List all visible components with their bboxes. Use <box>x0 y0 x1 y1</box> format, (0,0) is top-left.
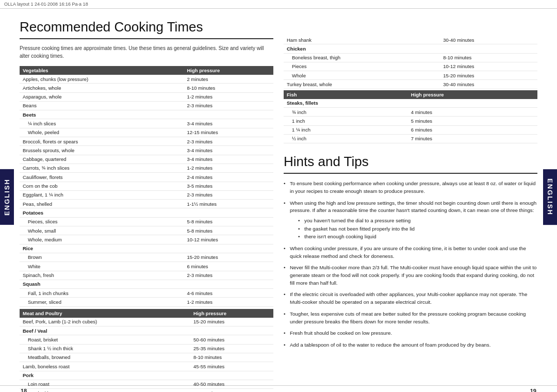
table-row: Shank 1 ½ inch thick <box>20 344 190 353</box>
list-item: If the electric circuit is overloaded wi… <box>284 291 537 306</box>
table-row: Brussels sprouts, whole <box>20 146 184 155</box>
table-row: Smoked but <box>20 389 190 392</box>
fish-pressure-header: High pressure <box>408 90 537 99</box>
table-row: Apples, chunks (low pressure) <box>20 75 184 84</box>
right-column: Ham shank30-40 minutesChickenBoneless br… <box>284 19 537 380</box>
table-row: Whole, small <box>20 226 184 235</box>
table-row: Steaks, fillets <box>284 99 408 108</box>
vegetables-table: Vegetables High pressure Apples, chunks … <box>20 66 273 307</box>
table-row: Beef / Veal <box>20 326 190 335</box>
list-item: To ensure best cooking performance when … <box>284 180 537 195</box>
hints-title: Hints and Tips <box>284 154 537 174</box>
table-row: Whole <box>284 71 440 80</box>
page-number-left: 18 <box>21 388 27 392</box>
table-row: Spinach, fresh <box>20 271 184 280</box>
table-row: Brown <box>20 253 184 262</box>
table-row: ½ inch <box>284 134 408 143</box>
poultry-continuation-table: Ham shank30-40 minutesChickenBoneless br… <box>284 36 537 89</box>
table-row: Beef, Pork, Lamb (1-2 inch cubes) <box>20 318 190 326</box>
fish-col-header: Fish <box>284 90 408 99</box>
table-row: Pieces <box>284 62 440 71</box>
meat-col-header: Meat and Poultry <box>20 309 190 318</box>
table-row: Corn on the cob <box>20 182 184 190</box>
list-item: there isn't enough cooking liquid <box>298 233 537 241</box>
table-row: Potatoes <box>20 208 184 217</box>
table-row: Eggplant, 1 ¼ inch <box>20 190 184 199</box>
table-row: Beets <box>20 110 184 119</box>
right-english-tab: ENGLISH <box>543 169 557 225</box>
left-column: Recommended Cooking Times Pressure cooki… <box>20 19 273 380</box>
table-row: Pork <box>20 371 190 380</box>
table-row: Meatballs, browned <box>20 353 190 362</box>
table-row: Summer, sliced <box>20 298 184 306</box>
pressure-col-header: High pressure <box>184 66 273 75</box>
list-item: you haven't turned the dial to a pressur… <box>298 217 537 225</box>
list-item: Add a tablespoon of oil to the water to … <box>284 341 537 349</box>
intro-text: Pressure cooking times are approximate t… <box>20 44 273 60</box>
meat-table: Meat and Poultry High pressure Beef, Por… <box>20 309 273 392</box>
table-row: Fall, 1 inch chunks <box>20 289 184 298</box>
table-row: Rice <box>20 244 184 253</box>
table-row: Turkey breast, whole <box>284 80 440 89</box>
veg-col-header: Vegetables <box>20 66 184 75</box>
table-row: Squash <box>20 280 184 288</box>
table-row: Boneless breast, thigh <box>284 53 440 62</box>
table-row: Roast, brisket <box>20 335 190 344</box>
page-title: Recommended Cooking Times <box>20 19 273 39</box>
page-number-right: 19 <box>530 388 536 392</box>
table-row: Lamb, boneless roast <box>20 362 190 371</box>
table-row: Whole, peeled <box>20 128 184 137</box>
list-item: Tougher, less expensive cuts of meat are… <box>284 311 537 325</box>
table-row: Loin roast <box>20 380 190 388</box>
table-row: Asparagus, whole <box>20 92 184 101</box>
table-row: ¾ inch <box>284 108 408 117</box>
list-item: Never fill the Multi-cooker more than 2/… <box>284 264 537 287</box>
table-row: Peas, shelled <box>20 200 184 208</box>
table-row: Whole, medium <box>20 235 184 244</box>
list-item: the gasket has not been fitted properly … <box>298 225 537 233</box>
table-row: Artichokes, whole <box>20 84 184 92</box>
list-item: When cooking under pressure, if you are … <box>284 245 537 260</box>
table-row: Broccoli, florets or spears <box>20 137 184 146</box>
left-english-tab: ENGLISH <box>0 169 14 225</box>
table-row: White <box>20 262 184 271</box>
table-row: Pieces, slices <box>20 217 184 226</box>
table-row: Beans <box>20 101 184 110</box>
top-bar: OLLA layout 1 24·01·2008 16:16 Pa·a 18 <box>0 0 557 9</box>
table-row: Chicken <box>284 44 440 53</box>
list-item: When using the high and low pressure set… <box>284 200 537 241</box>
fish-table: Fish High pressure Steaks, fillets¾ inch… <box>284 90 537 143</box>
table-row: Cabbage, quartered <box>20 155 184 164</box>
table-row: ¼ inch slices <box>20 119 184 128</box>
table-row: Ham shank <box>284 36 440 44</box>
table-row: 1 ¼ inch <box>284 125 408 134</box>
table-row: Cauliflower, florets <box>20 173 184 182</box>
hints-list: To ensure best cooking performance when … <box>284 180 537 349</box>
table-row: 1 inch <box>284 117 408 125</box>
list-item: Fresh fruit should be cooked on low pres… <box>284 330 537 337</box>
table-row: Carrots, ¾ inch slices <box>20 164 184 172</box>
meat-pressure-header: High pressure <box>190 309 273 318</box>
